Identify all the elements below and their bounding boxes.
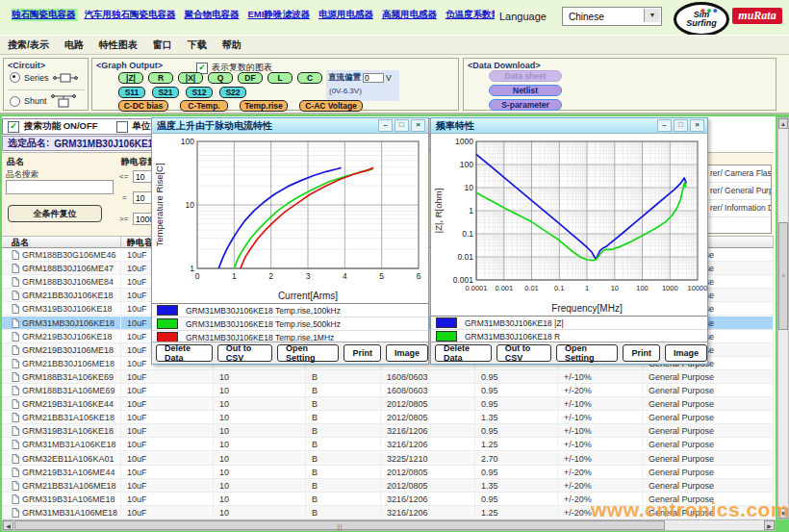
table-header-cell[interactable]: 品名 [8, 237, 121, 248]
vertical-scrollbar[interactable]: ▲ ≡ ▼ [777, 117, 789, 519]
graph-param-button[interactable]: |X| [178, 72, 203, 84]
graph-output-title: <Graph Output> [96, 61, 163, 70]
table-cell: 1.25 [477, 438, 558, 451]
table-row[interactable]: GRM32EB11A106KA0110uF10B3225/12102.70+/-… [2, 452, 774, 466]
nav-link[interactable]: 独石陶瓷电容器 [12, 9, 76, 21]
table-cell: GRM31MB31A106KE18 [8, 438, 121, 451]
scroll-right-icon[interactable]: ▶ [764, 520, 775, 530]
series-circuit-icon [53, 73, 78, 83]
scroll-up-icon[interactable]: ▲ [778, 118, 788, 129]
show-multiple-graphs-checkbox[interactable]: ✓ 表示复数的图表 [196, 62, 272, 74]
legend-label: GRM31MB30J106KE18 R [465, 332, 560, 342]
shunt-circuit-icon [51, 93, 76, 109]
dc-bias-label: 直流偏置 [328, 72, 361, 84]
menu-item[interactable]: 窗口 [153, 38, 172, 52]
delete-data-button[interactable]: Delete Data [435, 344, 492, 362]
window-titlebar[interactable]: 频率特性 – □ × [431, 118, 707, 134]
graph-param-button[interactable]: C [297, 72, 322, 84]
download-netlist-button[interactable]: Netlist [489, 85, 562, 96]
print-button[interactable]: Print [623, 344, 660, 362]
window-titlebar[interactable]: 温度上升由于脉动电流特性 – □ × [152, 118, 428, 134]
maximize-icon[interactable]: □ [394, 119, 409, 132]
legend-label: GRM31MB30J106KE18 Temp.rise,100kHz [186, 306, 341, 316]
table-row[interactable]: GRM188B31A106ME6910uF10B1608/06030.95+/-… [2, 384, 774, 397]
characteristic-button[interactable]: C-DC bias [118, 100, 168, 112]
reset-filters-button[interactable]: 全条件复位 [8, 205, 102, 222]
out-to-csv-button[interactable]: Out to CSV [496, 344, 551, 362]
vertical-scroll-thumb[interactable]: ≡ [778, 222, 788, 330]
table-row[interactable]: GRM21BB31A106KE1810uF10B2012/08051.35+/-… [2, 411, 774, 424]
nav-link[interactable]: EMI静噪滤波器 [248, 9, 310, 21]
menu-item[interactable]: 搜索/表示 [8, 38, 49, 52]
out-to-csv-button[interactable]: Out to CSV [217, 344, 272, 362]
nav-link[interactable]: 电源用电感器 [318, 9, 373, 21]
chevron-down-icon[interactable]: ▼ [644, 9, 660, 22]
table-cell: +/-10% [560, 370, 643, 384]
graph-param-button[interactable]: Q [208, 72, 233, 84]
graph-param-button[interactable]: |Z| [118, 72, 143, 84]
table-cell: General Purpose [645, 384, 774, 397]
table-cell: 1.35 [477, 411, 558, 424]
menu-item[interactable]: 帮助 [222, 38, 242, 52]
nav-link[interactable]: 高频用电感器 [382, 9, 437, 21]
scroll-left-icon[interactable]: ◀ [3, 520, 13, 530]
graph-param-button[interactable]: L [267, 72, 293, 84]
table-cell: +/-20% [560, 479, 643, 493]
radio-icon[interactable] [10, 96, 20, 107]
menu-item[interactable]: 特性图表 [99, 38, 138, 52]
open-setting-button[interactable]: Open Setting [556, 344, 618, 362]
language-select[interactable]: Chinese ▼ [562, 7, 662, 26]
characteristic-button[interactable]: C-Temp. [180, 100, 228, 112]
horizontal-scroll-thumb[interactable]: ||| [14, 520, 665, 530]
table-cell: General Purpose [645, 438, 774, 451]
nav-link[interactable]: 汽车用独石陶瓷电容器 [85, 9, 176, 21]
characteristic-button[interactable]: C-AC Voltage [299, 100, 363, 112]
download-s-parameter-button[interactable]: S-parameter [489, 99, 562, 111]
circuit-option-series[interactable]: Series [10, 72, 78, 83]
close-icon[interactable]: × [690, 119, 704, 132]
svg-text:Current[Arms]: Current[Arms] [278, 291, 338, 301]
image-button[interactable]: Image [386, 344, 428, 362]
minimize-icon[interactable]: – [657, 119, 672, 132]
table-row[interactable]: GRM188B31A106KE6910uF10B1608/06030.95+/-… [2, 370, 774, 384]
open-setting-button[interactable]: Open Setting [277, 344, 339, 362]
table-cell: +/-20% [560, 466, 643, 479]
table-row[interactable]: GRM219B31A106KE4410uF10B2012/08050.95+/-… [2, 397, 774, 411]
table-row[interactable]: GRM219B31A106ME4410uF10B2012/08050.95+/-… [2, 466, 774, 479]
table-row[interactable]: GRM21BB31A106ME1810uF10B2012/08051.35+/-… [2, 479, 774, 493]
legend-label: GRM31MB30J106KE18 Temp.rise,1MHz [186, 333, 334, 342]
characteristic-button[interactable]: Temp.rise [240, 100, 288, 112]
print-button[interactable]: Print [344, 344, 381, 362]
name-search-input[interactable] [6, 180, 114, 194]
divider [8, 89, 85, 90]
sparam-button[interactable]: S21 [152, 87, 179, 98]
nav-link[interactable]: 负温度系数热敏电阻 [445, 9, 495, 21]
table-row[interactable]: GRM31MB31A106KE1810uF10B3216/12061.25+/-… [2, 438, 774, 451]
menu-item[interactable]: 下载 [188, 38, 207, 52]
svg-text:0.1: 0.1 [462, 229, 473, 239]
sparam-button[interactable]: S22 [219, 87, 246, 98]
minimize-icon[interactable]: – [378, 119, 393, 132]
checkbox-unchecked-icon[interactable] [116, 121, 128, 133]
nav-link[interactable]: 聚合物电容器 [185, 9, 240, 21]
table-row[interactable]: GRM319B31A106KE1810uF10B3216/12060.95+/-… [2, 424, 774, 438]
table-cell: B [308, 424, 381, 438]
graph-param-button[interactable]: R [148, 72, 173, 84]
table-cell: 2012/0805 [383, 411, 475, 424]
table-cell: 1.35 [477, 479, 558, 493]
maximize-icon[interactable]: □ [674, 119, 688, 132]
simsurfing-logo: Sim Surfing ●●● [674, 2, 729, 37]
image-button[interactable]: Image [665, 344, 707, 362]
menu-item[interactable]: 电路 [64, 38, 84, 52]
delete-data-button[interactable]: Delete Data [156, 344, 213, 362]
sparam-button[interactable]: S12 [186, 87, 213, 98]
dc-bias-input[interactable] [363, 73, 384, 83]
checkbox-checked-icon[interactable]: ✓ [8, 121, 19, 133]
toolbar: <Circuit> Series Shunt <Graph Output> ✓ … [0, 55, 789, 114]
graph-param-button[interactable]: DF [238, 72, 263, 84]
radio-icon[interactable] [10, 72, 20, 83]
circuit-option-shunt[interactable]: Shunt [10, 93, 76, 109]
close-icon[interactable]: × [411, 119, 425, 132]
sparam-button[interactable]: S11 [118, 87, 145, 98]
table-cell: 10uF [123, 397, 214, 411]
